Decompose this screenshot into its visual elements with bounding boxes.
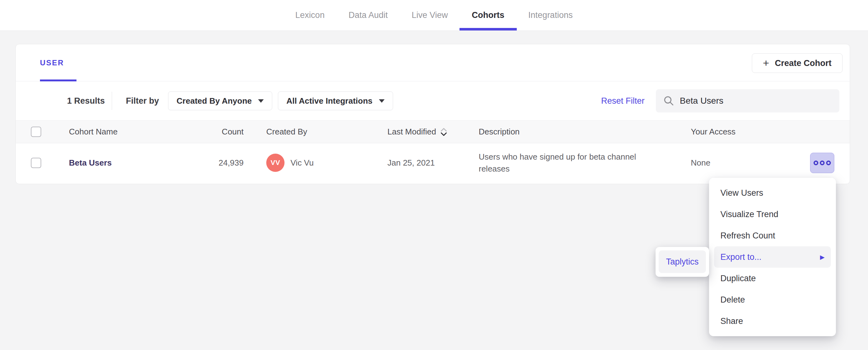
created-by-dropdown[interactable]: Created By Anyone (168, 92, 272, 110)
ellipsis-icon (826, 161, 831, 165)
menu-item-share[interactable]: Share (714, 310, 831, 332)
plus-icon: + (763, 58, 769, 68)
header-checkbox-cell (16, 127, 69, 137)
table-header: Cohort Name Count Created By Last Modifi… (16, 120, 850, 143)
top-navigation: Lexicon Data Audit Live View Cohorts Int… (0, 0, 868, 31)
menu-item-refresh-count[interactable]: Refresh Count (714, 225, 831, 246)
export-submenu: Taplytics (656, 247, 709, 277)
integrations-dropdown[interactable]: All Active Integrations (278, 92, 393, 110)
nav-item-cohorts-label: Cohorts (472, 10, 504, 20)
created-by-cell: VV Vic Vu (266, 154, 388, 172)
ellipsis-icon (813, 161, 818, 165)
chevron-down-icon (379, 99, 384, 103)
submenu-arrow-icon: ▶ (820, 253, 825, 261)
menu-item-visualize-trend[interactable]: Visualize Trend (714, 204, 831, 225)
header-your-access: Your Access (691, 127, 790, 137)
row-checkbox-cell (16, 158, 69, 168)
filter-row: 1 Results Filter by Created By Anyone Al… (16, 81, 850, 120)
select-all-checkbox[interactable] (31, 127, 41, 137)
header-created-by: Created By (266, 127, 388, 137)
avatar: VV (266, 154, 284, 172)
row-actions-cell (790, 153, 850, 173)
context-menu: View Users Visualize Trend Refresh Count… (709, 178, 836, 336)
create-cohort-button[interactable]: + Create Cohort (752, 54, 842, 73)
nav-item-live-view[interactable]: Live View (412, 0, 448, 31)
menu-item-delete[interactable]: Delete (714, 289, 831, 310)
table-row: Beta Users 24,939 VV Vic Vu Jan 25, 2021… (16, 143, 850, 182)
header-description: Description (479, 127, 691, 137)
access-value: None (691, 158, 790, 168)
menu-item-export-to-label: Export to... (720, 252, 762, 262)
results-count: 1 Results (67, 96, 105, 106)
cohort-count: 24,939 (206, 158, 266, 168)
row-checkbox[interactable] (31, 158, 41, 168)
menu-item-duplicate[interactable]: Duplicate (714, 268, 831, 289)
header-count: Count (206, 127, 266, 137)
sort-icon (440, 127, 447, 137)
ellipsis-icon (820, 161, 825, 165)
created-by-dropdown-value: Created By Anyone (177, 96, 252, 106)
cohort-name-link[interactable]: Beta Users (69, 158, 206, 168)
reset-filter-link[interactable]: Reset Filter (601, 96, 645, 106)
cohort-description: Users who have signed up for beta channe… (479, 151, 655, 175)
filter-by-label: Filter by (126, 96, 159, 106)
card-tabs-row: USER + Create Cohort (16, 44, 850, 81)
create-cohort-label: Create Cohort (775, 59, 832, 68)
more-options-button[interactable] (810, 153, 834, 173)
last-modified-value: Jan 25, 2021 (388, 158, 479, 168)
header-last-modified[interactable]: Last Modified (388, 127, 479, 137)
search-icon (663, 96, 674, 106)
cohorts-card: USER + Create Cohort 1 Results Filter by… (16, 44, 850, 184)
tab-user-label: USER (40, 59, 64, 67)
submenu-item-taplytics[interactable]: Taplytics (659, 250, 706, 273)
tab-user[interactable]: USER (40, 44, 64, 81)
menu-item-view-users[interactable]: View Users (714, 182, 831, 204)
search-input[interactable] (680, 96, 832, 106)
nav-item-lexicon[interactable]: Lexicon (295, 0, 324, 31)
menu-item-export-to[interactable]: Export to... ▶ (714, 246, 831, 268)
header-last-modified-label: Last Modified (388, 127, 436, 137)
nav-item-cohorts[interactable]: Cohorts (472, 0, 504, 31)
search-box (656, 89, 839, 112)
creator-name: Vic Vu (290, 158, 314, 168)
chevron-down-icon (258, 99, 264, 103)
nav-item-integrations[interactable]: Integrations (528, 0, 573, 31)
header-cohort-name: Cohort Name (69, 127, 206, 137)
nav-item-data-audit[interactable]: Data Audit (348, 0, 388, 31)
vertical-divider (112, 92, 112, 110)
integrations-dropdown-value: All Active Integrations (286, 96, 373, 106)
active-tab-underline (460, 28, 517, 31)
